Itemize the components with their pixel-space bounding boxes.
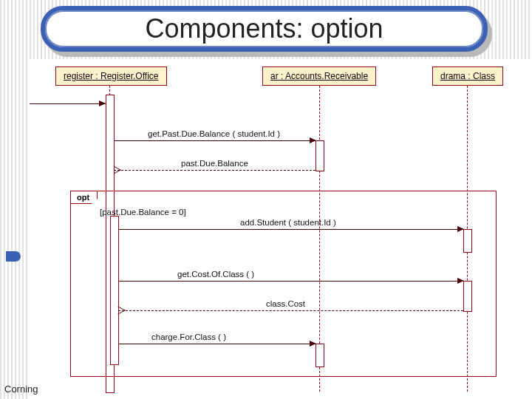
return-classCost <box>118 310 463 311</box>
activation-ar-1 <box>316 140 324 171</box>
activation-drama-2 <box>463 281 472 312</box>
msg-chargeForClass-label: charge.For.Class ( ) <box>151 332 226 341</box>
return-classCost-label: class.Cost <box>266 299 305 308</box>
slide-title: Components: option <box>41 13 488 44</box>
msg-getCostOfClass <box>118 281 463 282</box>
open-arrowhead-icon <box>118 307 125 313</box>
title-plaque: Components: option <box>41 6 488 52</box>
msg-getPastDueBalance-label: get.Past.Due.Balance ( student.Id ) <box>148 129 280 138</box>
activation-drama-1 <box>463 229 472 253</box>
opt-frame-label: opt <box>70 191 98 204</box>
decorative-point-icon <box>6 251 21 262</box>
arrowhead-icon <box>99 100 106 106</box>
activation-ar-2 <box>316 344 324 367</box>
footer-text: Corning <box>4 383 38 395</box>
participant-drama: drama : Class <box>432 66 503 86</box>
participant-ar: ar : Accounts.Receivable <box>262 66 376 86</box>
incoming-call <box>30 103 106 104</box>
msg-getCostOfClass-label: get.Cost.Of.Class ( ) <box>177 270 254 279</box>
participant-register-label: register : Register.Office <box>64 71 159 81</box>
return-pastDueBalance <box>114 170 316 171</box>
open-arrowhead-icon <box>114 166 120 173</box>
participant-drama-label: drama : Class <box>440 71 495 81</box>
msg-getPastDueBalance <box>114 140 316 141</box>
return-pastDueBalance-label: past.Due.Balance <box>181 159 248 168</box>
msg-addStudent-label: add.Student ( student.Id ) <box>240 218 336 227</box>
participant-register: register : Register.Office <box>55 66 167 86</box>
msg-chargeForClass <box>118 344 316 344</box>
msg-addStudent <box>118 229 463 230</box>
participant-ar-label: ar : Accounts.Receivable <box>270 71 368 81</box>
activation-register-inner <box>110 216 119 365</box>
